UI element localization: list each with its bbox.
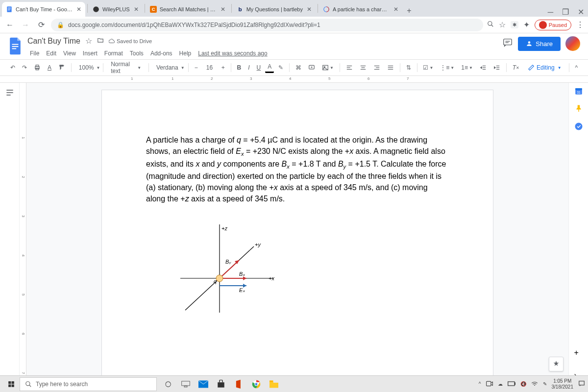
add-comment-button[interactable] (306, 62, 318, 73)
star-icon[interactable]: ☆ (499, 20, 506, 29)
meet-now-icon[interactable] (486, 381, 493, 388)
close-icon[interactable]: ✕ (393, 6, 398, 13)
font-size-input[interactable]: 16 (202, 62, 217, 73)
paint-format-button[interactable] (56, 62, 68, 73)
highlight-button[interactable]: ✎ (276, 62, 286, 73)
bold-button[interactable]: B (235, 62, 244, 73)
font-dropdown[interactable]: Verdana▼ (152, 62, 185, 73)
numbered-list-button[interactable]: 1≡▼ (459, 62, 475, 73)
increase-indent-button[interactable] (491, 62, 503, 73)
undo-button[interactable]: ↶ (8, 62, 18, 73)
explore-button[interactable] (549, 357, 564, 371)
store-app-icon[interactable] (213, 377, 229, 392)
star-document-icon[interactable]: ☆ (85, 36, 92, 46)
tab-google-docs[interactable]: Can't Buy Time - Google Docs ✕ (2, 2, 85, 17)
volume-icon[interactable]: 🔇 (520, 381, 526, 387)
battery-icon[interactable] (508, 381, 515, 387)
document-canvas[interactable]: A particle has a charge of q = +5.4 µC a… (26, 83, 568, 385)
insert-image-button[interactable]: ▼ (319, 62, 336, 73)
increase-font-button[interactable]: + (219, 62, 227, 73)
keep-icon[interactable] (574, 104, 583, 113)
print-button[interactable] (31, 62, 43, 73)
line-spacing-button[interactable]: ⇅ (404, 62, 414, 73)
cortana-icon[interactable]: ◯ (160, 377, 176, 392)
close-window-icon[interactable]: ✕ (578, 7, 584, 17)
menu-insert[interactable]: Insert (80, 49, 100, 58)
menu-view[interactable]: View (61, 49, 78, 58)
horizontal-ruler[interactable]: 1 1 2 3 4 5 6 7 (0, 76, 588, 83)
redo-button[interactable]: ↷ (20, 62, 29, 73)
menu-format[interactable]: Format (102, 49, 125, 58)
close-icon[interactable]: ✕ (134, 6, 139, 13)
docs-logo[interactable] (8, 36, 23, 56)
chrome-app-icon[interactable] (248, 377, 265, 392)
align-left-button[interactable] (343, 62, 355, 73)
document-title[interactable]: Can't Buy Time (27, 37, 80, 46)
tray-chevron-icon[interactable]: ^ (479, 381, 481, 387)
document-page[interactable]: A particle has a charge of q = +5.4 µC a… (101, 90, 493, 385)
user-avatar[interactable] (565, 36, 580, 51)
mode-dropdown[interactable]: Editing▼ (524, 62, 565, 73)
align-justify-button[interactable] (385, 62, 396, 73)
tab-wileyplus[interactable]: WileyPLUS ✕ (89, 2, 143, 17)
last-edit-link[interactable]: Last edit was seconds ago (196, 49, 270, 58)
forward-button[interactable]: → (20, 19, 31, 31)
menu-edit[interactable]: Edit (44, 49, 59, 58)
decrease-font-button[interactable]: − (192, 62, 200, 73)
tab-bartleby[interactable]: b My Questions | bartleby ✕ (233, 2, 316, 17)
align-right-button[interactable] (371, 62, 383, 73)
document-body-text[interactable]: A particle has a charge of q = +5.4 µC a… (146, 134, 449, 205)
tasks-icon[interactable] (574, 122, 583, 131)
style-dropdown[interactable]: Normal text▼ (107, 59, 145, 76)
save-status[interactable]: Saved to Drive (109, 38, 152, 44)
clear-formatting-button[interactable]: T✕ (510, 62, 522, 73)
minimize-icon[interactable]: ─ (548, 8, 553, 17)
puzzle-icon[interactable]: ✦ (523, 20, 530, 29)
close-icon[interactable]: ✕ (307, 6, 312, 13)
zoom-dropdown[interactable]: 100%▼ (75, 62, 100, 73)
collapse-toolbar-button[interactable]: ^ (572, 62, 580, 73)
extension-icon[interactable]: ✱ (511, 21, 518, 28)
explorer-app-icon[interactable] (266, 377, 282, 392)
add-panel-icon[interactable]: + (574, 348, 583, 357)
menu-icon[interactable]: ⋮ (576, 20, 584, 29)
maximize-icon[interactable]: ❐ (562, 7, 569, 17)
menu-help[interactable]: Help (177, 49, 194, 58)
align-center-button[interactable] (357, 62, 369, 73)
input-icon[interactable]: ✎ (543, 381, 547, 387)
spellcheck-button[interactable]: A (45, 62, 54, 73)
menu-addons[interactable]: Add-ons (148, 49, 175, 58)
tab-chegg[interactable]: C Search All Matches | Chegg.com ✕ (146, 2, 229, 17)
onedrive-icon[interactable]: ☁ (498, 381, 503, 387)
menu-file[interactable]: File (27, 49, 42, 58)
mail-app-icon[interactable] (195, 377, 212, 392)
decrease-indent-button[interactable] (477, 62, 489, 73)
task-view-icon[interactable] (177, 377, 194, 392)
bullet-list-button[interactable]: ⋮≡▼ (438, 62, 457, 73)
profile-paused-chip[interactable]: Paused (535, 20, 571, 30)
office-app-icon[interactable] (230, 377, 247, 392)
comments-icon[interactable] (502, 37, 513, 50)
checklist-button[interactable]: ☑▼ (420, 62, 436, 73)
insert-link-button[interactable]: ⌘ (293, 62, 304, 73)
taskbar-search[interactable]: Type here to search (20, 377, 157, 391)
reload-button[interactable]: ⟳ (35, 19, 47, 31)
notifications-icon[interactable] (578, 380, 585, 388)
wifi-icon[interactable] (531, 381, 538, 388)
share-button[interactable]: Share (518, 37, 561, 51)
vertical-ruler[interactable]: 1 2 3 4 5 6 7 (20, 83, 26, 385)
underline-button[interactable]: U (254, 62, 264, 73)
new-tab-button[interactable]: + (403, 5, 415, 17)
back-button[interactable]: ← (4, 19, 16, 31)
italic-button[interactable]: I (245, 62, 252, 73)
url-input[interactable]: 🔒 docs.google.com/document/d/1pQhEBaWXYW… (51, 19, 483, 31)
text-color-button[interactable]: A (265, 62, 274, 73)
close-icon[interactable]: ✕ (76, 6, 81, 13)
calendar-icon[interactable]: 31 (574, 87, 583, 96)
zoom-icon[interactable] (487, 21, 494, 29)
move-document-icon[interactable] (97, 37, 104, 46)
clock[interactable]: 1:05 PM 3/18/2021 (552, 378, 574, 390)
menu-tools[interactable]: Tools (127, 49, 146, 58)
close-icon[interactable]: ✕ (220, 6, 225, 13)
outline-toggle-icon[interactable] (5, 88, 15, 98)
